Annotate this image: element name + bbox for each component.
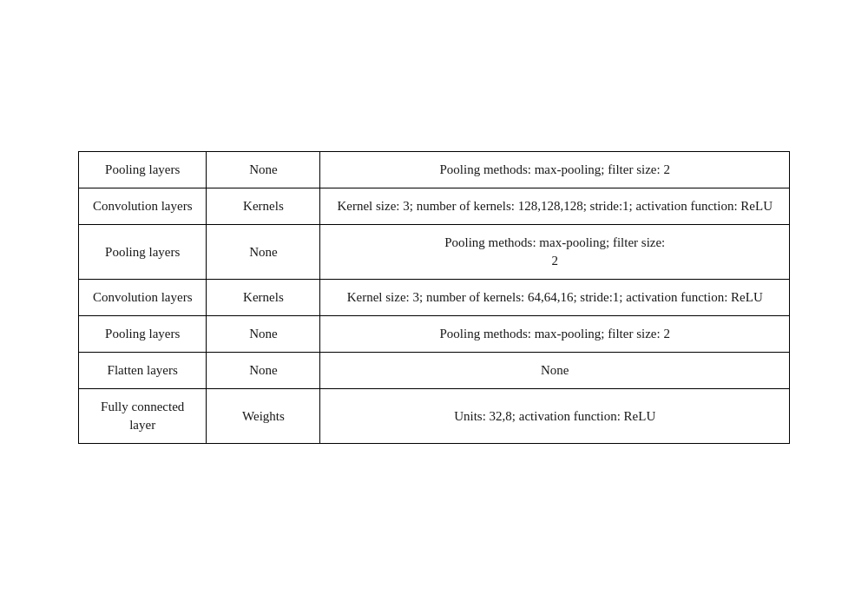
table-row: Fully connected layer Weights Units: 32,… <box>79 389 790 444</box>
parameter-detail-cell: Pooling methods: max-pooling; filter siz… <box>320 225 790 280</box>
layer-type-cell: Pooling layers <box>79 152 207 188</box>
layer-type-cell: Fully connected layer <box>79 389 207 444</box>
parameter-detail-cell: Pooling methods: max-pooling; filter siz… <box>320 152 790 188</box>
parameter-detail-cell: Units: 32,8; activation function: ReLU <box>320 389 790 444</box>
layer-type-cell: Convolution layers <box>79 280 207 316</box>
parameter-detail-cell: Pooling methods: max-pooling; filter siz… <box>320 316 790 353</box>
parameter-type-cell: Weights <box>207 389 320 444</box>
table-row: Convolution layers Kernels Kernel size: … <box>79 280 790 316</box>
table-row: Pooling layers None Pooling methods: max… <box>79 225 790 280</box>
parameter-type-cell: Kernels <box>207 280 320 316</box>
table-row: Convolution layers Kernels Kernel size: … <box>79 188 790 225</box>
parameter-detail-cell: None <box>320 353 790 389</box>
parameter-type-cell: None <box>207 316 320 353</box>
table-row: Pooling layers None Pooling methods: max… <box>79 316 790 353</box>
table-row: Pooling layers None Pooling methods: max… <box>79 152 790 188</box>
parameter-type-cell: None <box>207 353 320 389</box>
network-layers-table: Pooling layers None Pooling methods: max… <box>78 151 790 444</box>
layer-type-cell: Convolution layers <box>79 188 207 225</box>
table-row: Flatten layers None None <box>79 353 790 389</box>
layer-type-cell: Pooling layers <box>79 225 207 280</box>
layer-type-cell: Flatten layers <box>79 353 207 389</box>
parameter-type-cell: None <box>207 152 320 188</box>
layer-type-cell: Pooling layers <box>79 316 207 353</box>
main-table-container: Pooling layers None Pooling methods: max… <box>78 151 790 444</box>
parameter-detail-cell: Kernel size: 3; number of kernels: 128,1… <box>320 188 790 225</box>
parameter-type-cell: Kernels <box>207 188 320 225</box>
parameter-type-cell: None <box>207 225 320 280</box>
parameter-detail-cell: Kernel size: 3; number of kernels: 64,64… <box>320 280 790 316</box>
